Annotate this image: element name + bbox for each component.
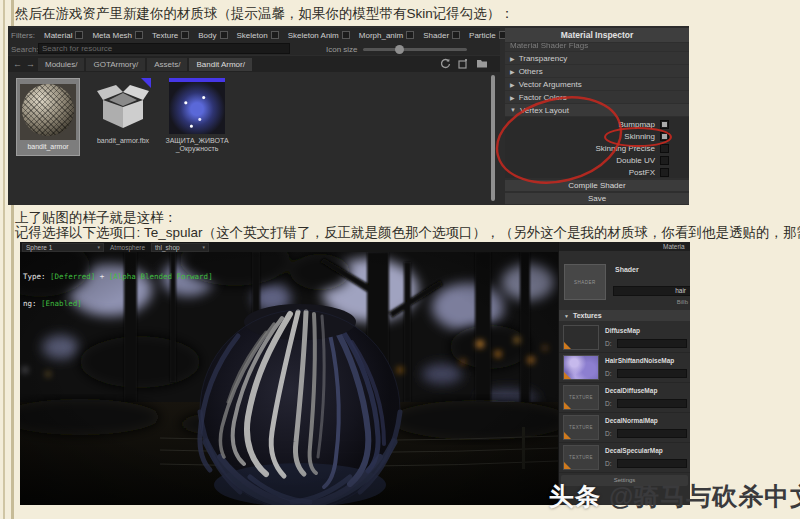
asset-tile-bandit-armor[interactable]: bandit_armor <box>16 78 80 156</box>
asset-browser-screenshot: Filters: Material Meta Mesh Texture Body… <box>8 26 689 205</box>
shader-value-field[interactable]: hair <box>613 286 690 296</box>
checkbox-icon[interactable] <box>181 31 189 39</box>
compile-shader-button[interactable]: Compile Shader <box>505 180 689 191</box>
asset-tile-zashchita[interactable]: ЗАЩИТА_ЖИВОТА_Окружность <box>162 78 232 153</box>
shader-thumbnail[interactable]: SHADER <box>564 264 606 300</box>
section-factor-colors[interactable]: ▶Factor Colors <box>505 91 689 103</box>
filter-particle[interactable]: Particle <box>469 31 507 40</box>
forward-button[interactable]: → <box>25 59 36 69</box>
filters-bar: Filters: Material Meta Mesh Texture Body… <box>8 28 500 42</box>
decalnormal-thumbnail[interactable]: TEXTURE <box>563 415 599 440</box>
slider-knob[interactable] <box>395 45 404 54</box>
add-asset-icon[interactable] <box>458 58 469 69</box>
checkbox-icon[interactable] <box>406 31 414 39</box>
folder-icon[interactable] <box>476 58 488 69</box>
fbx-box-thumbnail <box>95 78 151 134</box>
texture-row-diffusemap: DiffuseMap D: <box>559 323 690 353</box>
material-sphere-thumbnail <box>20 84 76 140</box>
chevron-down-icon: ▾ <box>97 244 100 250</box>
article-line-3: 记得选择以下选项口: Te_spular（这个英文打错了，反正就是颜色那个选项口… <box>15 224 800 242</box>
scrollbar[interactable] <box>491 75 495 201</box>
texture-path-field[interactable] <box>617 429 687 438</box>
texture-row-decalspecular: TEXTURE DecalSpecularMap D: <box>559 443 690 473</box>
expand-icon: ▶ <box>510 68 515 75</box>
filter-morph-anim[interactable]: Morph_anim <box>359 31 414 40</box>
texture-path-field[interactable] <box>617 459 687 468</box>
texture-row-decalnormal: TEXTURE DecalNormalMap D: <box>559 413 690 443</box>
entity-dropdown[interactable]: Sphere 1▾ <box>22 243 104 252</box>
expand-icon: ▶ <box>510 94 515 101</box>
decalspecular-thumbnail[interactable]: TEXTURE <box>563 445 599 470</box>
refresh-icon[interactable] <box>440 58 451 69</box>
icon-size-slider[interactable] <box>363 48 467 51</box>
breadcrumb-assets[interactable]: Assets/ <box>147 58 187 71</box>
checkbox-icon[interactable] <box>220 31 228 39</box>
icon-size-label: Icon size <box>326 45 358 54</box>
breadcrumb-bandit-armor[interactable]: Bandit Armor/ <box>189 58 251 71</box>
expand-icon: ▶ <box>510 55 515 62</box>
checkbox-icon[interactable] <box>135 31 143 39</box>
section-transparency[interactable]: ▶Transparency <box>505 52 689 64</box>
texture-row-hairshift: HairShiftandNoiseMap D: <box>559 353 690 383</box>
section-material-shader-flags[interactable]: Material Shader Flags <box>505 43 689 51</box>
panel-title: Material Inspector <box>505 28 689 42</box>
texture-path-field[interactable] <box>617 399 687 408</box>
filter-material[interactable]: Material <box>44 31 83 40</box>
vertex-layout-options: Bumpmap Skinning Skinning Precise Double… <box>505 117 689 178</box>
viewport-screenshot: Sphere 1▾ Atmosphere thl_shop▾ <box>20 242 690 505</box>
bumpmap-checkbox[interactable] <box>660 120 669 129</box>
expand-icon: ▶ <box>510 81 515 88</box>
article-line-1: 然后在游戏资产里新建你的材质球（提示温馨，如果你的模型带有Skin记得勾选）： <box>15 5 514 23</box>
diffusemap-thumbnail[interactable] <box>563 325 599 350</box>
render-mode-overlay: Type: [Deferred] + [Alpha Blended Forwar… <box>23 254 213 326</box>
texture-path-field[interactable] <box>617 369 687 378</box>
filter-body[interactable]: Body <box>198 31 227 40</box>
chevron-down-icon: ▾ <box>203 244 206 250</box>
shader-label: Shader <box>615 266 639 273</box>
option-skinning: Skinning <box>505 130 689 142</box>
back-button[interactable]: ← <box>12 59 23 69</box>
filter-texture[interactable]: Texture <box>152 31 189 40</box>
save-button[interactable]: Save <box>505 193 689 204</box>
panel-title-clipped: Materia <box>559 242 690 251</box>
breadcrumb-gotarmory[interactable]: GOTArmory/ <box>86 58 145 71</box>
collapse-icon: ▼ <box>510 107 516 113</box>
collapse-icon: ▼ <box>564 313 569 319</box>
decaldiffuse-thumbnail[interactable]: TEXTURE <box>563 385 599 410</box>
filter-skeleton-anim[interactable]: Skeleton Anim <box>288 31 350 40</box>
mesh-thumbnail <box>169 78 225 134</box>
atmosphere-dropdown[interactable]: thl_shop▾ <box>151 243 209 252</box>
breadcrumb-modules[interactable]: Modules/ <box>38 58 84 71</box>
hairshift-thumbnail[interactable] <box>563 355 599 380</box>
checkbox-icon[interactable] <box>342 31 350 39</box>
breadcrumb: ← → Modules/ GOTArmory/ Assets/ Bandit A… <box>8 56 500 72</box>
checkbox-icon[interactable] <box>75 31 83 39</box>
section-vertex-layout[interactable]: ▼Vertex Layout <box>505 104 689 116</box>
filters-label: Filters: <box>11 31 35 40</box>
double-uv-checkbox[interactable] <box>660 156 669 165</box>
search-input[interactable]: Search for resource <box>38 43 290 54</box>
checkbox-icon[interactable] <box>271 31 279 39</box>
postfx-checkbox[interactable] <box>660 168 669 177</box>
texture-path-field[interactable] <box>617 339 687 348</box>
watermark-handle: @骑马与砍杀中文站 <box>609 482 800 510</box>
section-others[interactable]: ▶Others <box>505 65 689 77</box>
filter-shader[interactable]: Shader <box>423 31 460 40</box>
filter-meta-mesh[interactable]: Meta Mesh <box>92 31 143 40</box>
asset-tile-bandit-armor-fbx[interactable]: bandit_armor.fbx <box>90 78 156 145</box>
texture-row-decaldiffuse: TEXTURE DecalDiffuseMap D: <box>559 383 690 413</box>
page-left-border <box>3 0 5 519</box>
option-skinning-precise: Skinning Precise <box>505 142 689 154</box>
search-bar: Search: Search for resource Icon size Ex… <box>8 42 500 55</box>
section-vector-arguments[interactable]: ▶Vector Arguments <box>505 78 689 90</box>
skinning-checkbox[interactable] <box>660 132 669 141</box>
material-inspector-panel: Material Inspector Material Shader Flags… <box>505 28 689 205</box>
search-label: Search: <box>11 45 39 54</box>
atmosphere-label: Atmosphere <box>110 244 145 251</box>
checkbox-icon[interactable] <box>452 31 460 39</box>
skinning-precise-checkbox[interactable] <box>660 144 669 153</box>
option-bumpmap: Bumpmap <box>505 118 689 130</box>
filter-skeleton[interactable]: Skeleton <box>237 31 279 40</box>
viewport-toolbar: Sphere 1▾ Atmosphere thl_shop▾ <box>20 242 558 252</box>
textures-section-header[interactable]: ▼Textures <box>559 310 690 321</box>
